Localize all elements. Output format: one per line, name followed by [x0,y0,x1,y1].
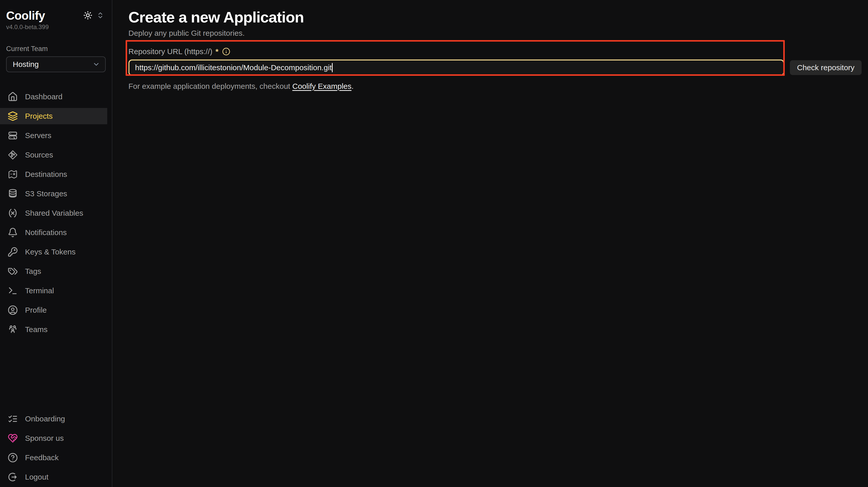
sidebar-item-keys-tokens[interactable]: Keys & Tokens [0,244,107,260]
page-subtitle: Deploy any public Git repositories. [128,29,868,37]
tags-icon [8,266,18,277]
sidebar-item-s3-storages[interactable]: S3 Storages [0,186,107,202]
helper-prefix: For example application deployments, che… [128,82,292,90]
sidebar-item-tags[interactable]: Tags [0,263,107,280]
chevron-down-icon [92,61,100,68]
team-select[interactable]: Hosting [6,56,106,72]
sidebar-item-feedback[interactable]: Feedback [0,450,107,466]
sidebar-item-label: Logout [25,473,49,481]
sidebar-item-label: Onboarding [25,415,65,423]
sidebar-item-label: Profile [25,306,47,315]
map-icon [8,169,18,180]
sidebar-item-label: Teams [25,325,48,334]
sidebar-item-notifications[interactable]: Notifications [0,224,107,241]
current-team-label: Current Team [6,45,106,53]
sidebar-item-servers[interactable]: Servers [0,127,107,144]
sidebar-item-sponsor-us[interactable]: Sponsor us [0,430,107,447]
text-caret [332,63,333,72]
repository-url-value: https://github.com/illicitestonion/Modul… [135,63,332,72]
home-icon [8,92,18,102]
sidebar-item-label: Keys & Tokens [25,248,75,256]
sidebar-nav: Dashboard Projects Servers Sources Desti… [0,89,112,338]
sidebar-item-label: Dashboard [25,92,63,101]
variable-icon [8,208,18,218]
key-icon [8,247,18,257]
server-icon [8,130,18,141]
sidebar-header: Coolify v4.0.0-beta.399 [0,0,112,31]
bell-icon [8,227,18,238]
sidebar-item-profile[interactable]: Profile [0,302,107,318]
sidebar-item-terminal[interactable]: Terminal [0,283,107,299]
sidebar-item-label: Servers [25,131,51,140]
database-icon [8,189,18,199]
sidebar-item-label: Sponsor us [25,434,64,443]
sidebar-item-shared-variables[interactable]: Shared Variables [0,205,107,221]
theme-toggle-sun-icon[interactable] [83,11,92,20]
coolify-examples-link[interactable]: Coolify Examples [292,82,351,90]
sidebar-item-onboarding[interactable]: Onboarding [0,411,107,427]
logout-icon [8,472,18,482]
sidebar-item-label: Terminal [25,286,54,295]
main-content: Create a new Application Deploy any publ… [112,0,868,487]
sidebar-item-dashboard[interactable]: Dashboard [0,89,107,105]
sidebar-item-teams[interactable]: Teams [0,321,107,338]
chevrons-up-down-icon[interactable] [96,11,104,19]
sidebar-item-label: Tags [25,267,41,275]
user-circle-icon [8,305,18,315]
sidebar-item-label: S3 Storages [25,189,67,198]
help-circle-icon [8,453,18,463]
sidebar-item-projects[interactable]: Projects [0,108,107,124]
terminal-icon [8,286,18,296]
sidebar-footer-nav: Onboarding Sponsor us Feedback Logout [0,411,112,487]
sidebar-spacer [0,338,112,411]
repository-url-input[interactable]: https://github.com/illicitestonion/Modul… [128,60,784,76]
sidebar-item-sources[interactable]: Sources [0,147,107,163]
check-repository-button[interactable]: Check repository [790,60,862,75]
page-title: Create a new Application [128,9,868,25]
layers-icon [8,111,18,121]
sidebar-item-label: Shared Variables [25,209,83,218]
repository-url-label: Repository URL (https://) [128,47,212,56]
sidebar-item-logout[interactable]: Logout [0,469,107,485]
users-icon [8,324,18,335]
git-source-icon [8,150,18,160]
info-icon[interactable] [222,47,230,56]
sidebar-item-label: Sources [25,151,53,159]
sidebar-item-label: Notifications [25,228,67,237]
list-checks-icon [8,414,18,424]
app-logo: Coolify [6,9,45,23]
app-version: v4.0.0-beta.399 [6,24,104,31]
sidebar: Coolify v4.0.0-beta.399 Current Team Hos… [0,0,112,487]
team-section: Current Team Hosting [0,31,112,72]
repository-form: Repository URL (https://) * https://gith… [128,47,868,91]
required-asterisk: * [215,47,219,56]
sidebar-item-label: Feedback [25,453,59,462]
helper-suffix: . [351,82,353,90]
team-select-value: Hosting [13,60,39,69]
sidebar-item-label: Destinations [25,170,67,179]
heart-handshake-icon [8,433,18,443]
helper-text: For example application deployments, che… [128,82,868,91]
sidebar-item-destinations[interactable]: Destinations [0,166,107,183]
sidebar-item-label: Projects [25,112,53,121]
